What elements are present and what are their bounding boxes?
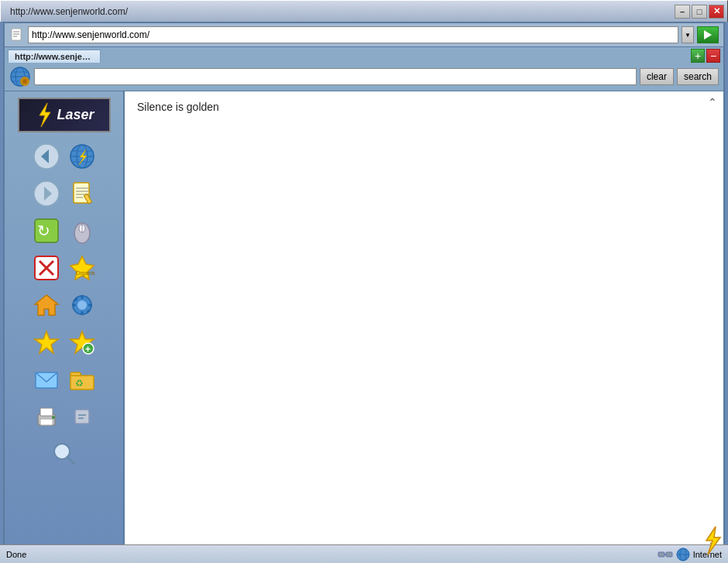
svg-rect-49 xyxy=(88,304,92,307)
address-bar: ▼ xyxy=(5,23,723,47)
search-globe-icon xyxy=(9,66,31,88)
svg-marker-74 xyxy=(706,527,720,554)
sidebar-row-2 xyxy=(8,177,120,210)
address-dropdown-button[interactable]: ▼ xyxy=(682,26,694,43)
page-icon xyxy=(9,27,25,43)
main-content: Silence is golden ⌃ ⌄ xyxy=(125,91,723,552)
sidebar-row-7: ♻ xyxy=(8,363,120,396)
svg-text:Organise: Organise xyxy=(76,270,95,276)
tab-item[interactable]: http://www.senjen... xyxy=(8,50,101,63)
search-bar: clear search xyxy=(5,63,723,91)
corner-lightning-icon xyxy=(700,525,725,560)
settings-button[interactable] xyxy=(66,289,98,321)
svg-rect-13 xyxy=(24,84,26,86)
logo: Laser xyxy=(18,98,111,132)
mouse-icon[interactable] xyxy=(66,215,98,247)
tab-bar: http://www.senjen... + − xyxy=(5,47,723,63)
svg-marker-16 xyxy=(39,103,50,127)
svg-marker-4 xyxy=(704,30,712,39)
sidebar-row-3: ↻ xyxy=(8,215,120,247)
svg-point-45 xyxy=(77,300,87,310)
printer-button[interactable] xyxy=(30,400,63,433)
search-button[interactable] xyxy=(48,438,81,470)
content-text: Silence is golden xyxy=(125,91,723,122)
svg-rect-14 xyxy=(21,81,23,82)
title-buttons: – □ ✕ xyxy=(675,5,724,19)
forward-button[interactable] xyxy=(30,177,63,210)
svg-rect-68 xyxy=(658,552,664,557)
svg-line-67 xyxy=(67,457,74,464)
svg-point-11 xyxy=(22,79,27,84)
svg-rect-47 xyxy=(81,311,83,315)
done-label: Done xyxy=(6,550,26,559)
go-button[interactable] xyxy=(697,26,719,43)
delete-button[interactable] xyxy=(30,252,63,284)
refresh-button[interactable]: ↻ xyxy=(30,215,63,247)
svg-marker-41 xyxy=(70,256,94,280)
sidebar-row-9 xyxy=(8,438,120,470)
back-button[interactable] xyxy=(30,140,63,173)
svg-text:↻: ↻ xyxy=(37,222,50,239)
sidebar-row-5 xyxy=(8,289,120,321)
svg-text:+: + xyxy=(85,344,91,355)
sidebar-row-6: + xyxy=(8,326,120,359)
star-button[interactable] xyxy=(30,326,63,359)
window-title: http://www.senjenworld.com/ xyxy=(10,6,128,17)
organize-button[interactable]: Organise xyxy=(66,252,98,284)
minimize-button[interactable]: – xyxy=(675,5,690,19)
title-bar: http://www.senjenworld.com/ – □ ✕ xyxy=(0,0,728,22)
address-input[interactable] xyxy=(28,26,678,43)
internet-globe-icon xyxy=(676,548,690,561)
globe-icon[interactable] xyxy=(66,140,98,173)
svg-rect-63 xyxy=(75,410,89,424)
svg-marker-43 xyxy=(35,295,58,315)
folder-button[interactable]: ♻ xyxy=(66,363,98,396)
sidebar: Laser xyxy=(5,91,125,552)
notepad-icon[interactable] xyxy=(66,177,98,210)
svg-point-62 xyxy=(52,416,55,419)
star-add-button[interactable]: + xyxy=(66,326,98,359)
svg-rect-60 xyxy=(40,408,53,416)
small-icon-button[interactable] xyxy=(66,400,98,433)
svg-rect-69 xyxy=(666,552,672,557)
sidebar-row-8 xyxy=(8,400,120,433)
svg-rect-48 xyxy=(72,304,76,307)
tab-remove-button[interactable]: − xyxy=(706,49,720,63)
svg-rect-12 xyxy=(24,77,26,80)
sidebar-row-1 xyxy=(8,140,120,173)
search-input[interactable] xyxy=(34,68,637,85)
svg-text:♻: ♻ xyxy=(75,378,84,389)
close-button[interactable]: ✕ xyxy=(709,5,724,19)
svg-rect-61 xyxy=(40,419,53,425)
clear-button[interactable]: clear xyxy=(640,68,674,85)
tab-add-button[interactable]: + xyxy=(691,49,705,63)
svg-marker-52 xyxy=(35,331,58,353)
maximize-button[interactable]: □ xyxy=(692,5,707,19)
logo-text: Laser xyxy=(57,107,94,123)
home-button[interactable] xyxy=(30,289,63,321)
network-icon xyxy=(658,548,673,561)
sidebar-row-4: Organise xyxy=(8,252,120,284)
svg-rect-15 xyxy=(27,81,29,82)
status-text: Done xyxy=(6,550,26,559)
mail-button[interactable] xyxy=(30,363,63,396)
status-bar: Done Internet xyxy=(0,544,728,563)
search-button[interactable]: search xyxy=(677,68,719,85)
scroll-up-button[interactable]: ⌃ xyxy=(705,94,720,110)
svg-rect-46 xyxy=(81,295,83,299)
content-area: Laser xyxy=(5,91,723,552)
